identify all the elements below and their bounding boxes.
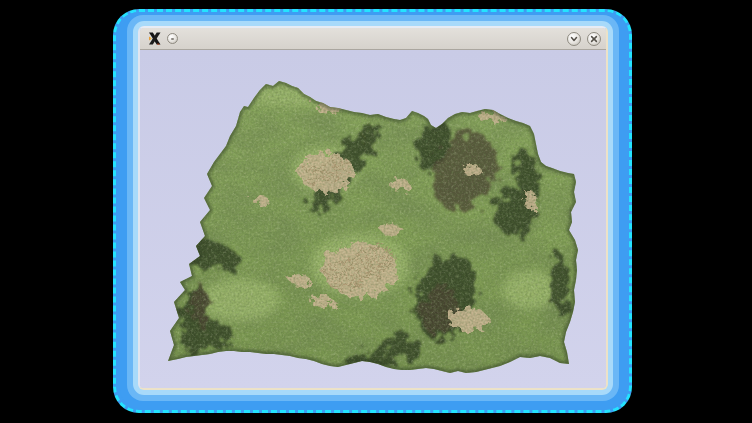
close-button[interactable] — [587, 32, 601, 46]
app-window — [138, 26, 608, 390]
window-glow-frame — [113, 9, 632, 413]
render-viewport[interactable] — [140, 50, 606, 388]
shade-button[interactable] — [567, 32, 581, 46]
window-menu-button[interactable] — [167, 33, 178, 44]
chevron-down-icon — [569, 34, 579, 44]
terrain-3d-render — [140, 50, 606, 388]
close-icon — [589, 34, 599, 44]
titlebar[interactable] — [140, 28, 606, 50]
menu-dash-icon — [171, 38, 174, 40]
xorg-logo-icon — [148, 32, 161, 45]
